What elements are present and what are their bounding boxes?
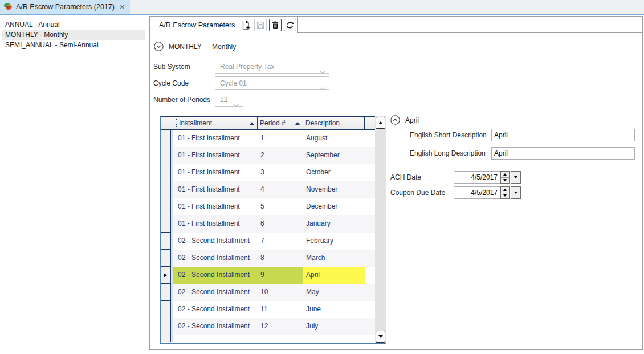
spin-down-button[interactable] <box>501 178 509 184</box>
period-cell[interactable]: 5 <box>258 198 303 215</box>
installment-cell[interactable]: 02 - Second Installment <box>173 284 258 301</box>
period-cell[interactable]: 1 <box>258 130 303 147</box>
long-description-input[interactable] <box>491 147 635 160</box>
table-row[interactable]: 01 - First Installment2September <box>161 147 375 164</box>
row-selector-cell[interactable] <box>161 198 171 215</box>
period-cell[interactable]: 11 <box>258 301 303 318</box>
sidebar-item[interactable]: ANNUAL - Annual <box>2 19 145 30</box>
table-row[interactable]: 01 - First Installment6January <box>161 215 375 233</box>
description-cell[interactable]: February <box>303 233 365 250</box>
installment-cell[interactable]: 02 - Second Installment <box>173 301 258 318</box>
description-cell[interactable]: January <box>303 215 365 233</box>
installment-cell[interactable]: 02 - Second Installment <box>173 267 258 284</box>
ach-date-input[interactable] <box>454 171 500 184</box>
sub-system-dropdown[interactable]: Real Property Tax <box>215 60 329 74</box>
period-cell[interactable]: 6 <box>258 215 303 233</box>
cycle-code-dropdown[interactable]: Cycle 01 <box>215 76 329 90</box>
table-row[interactable]: 02 - Second Installment9April <box>161 267 375 284</box>
table-row[interactable]: 01 - First Installment5December <box>161 198 375 215</box>
installment-cell[interactable]: 01 - First Installment <box>173 215 258 233</box>
number-of-periods-dropdown[interactable]: 12 <box>215 93 243 107</box>
installment-cell[interactable]: 02 - Second Installment <box>173 233 258 250</box>
period-cell[interactable]: 8 <box>258 250 303 267</box>
period-cell[interactable]: 3 <box>258 164 303 181</box>
grid-corner-cell[interactable] <box>161 117 173 129</box>
delete-button[interactable] <box>269 19 282 31</box>
table-row[interactable]: 02 - Second Installment12July <box>161 318 375 335</box>
column-header-installment[interactable]: Installment <box>173 117 258 129</box>
arrow-down-icon <box>514 192 517 194</box>
table-row[interactable]: 02 - Second Installment10May <box>161 284 375 301</box>
row-selector-cell[interactable] <box>161 147 171 164</box>
period-cell[interactable]: 10 <box>258 284 303 301</box>
row-selector-cell[interactable] <box>161 250 171 267</box>
description-cell[interactable]: June <box>303 301 365 318</box>
table-row[interactable]: 01 - First Installment4November <box>161 181 375 198</box>
description-cell[interactable]: July <box>303 318 365 335</box>
document-tab[interactable]: A/R Escrow Parameters (2017) × <box>0 0 130 14</box>
installment-cell[interactable]: 01 - First Installment <box>173 164 258 181</box>
installment-cell[interactable]: 02 - Second Installment <box>173 318 258 335</box>
column-drag-handle[interactable] <box>176 119 177 128</box>
collapse-detail-button[interactable] <box>390 115 400 125</box>
close-tab-icon[interactable]: × <box>120 3 125 11</box>
number-of-periods-row: Number of Periods 12 <box>153 93 243 107</box>
ach-date-calendar-dropdown[interactable] <box>511 171 521 184</box>
installment-cell[interactable]: 01 - First Installment <box>173 130 258 147</box>
description-cell[interactable]: October <box>303 164 365 181</box>
sidebar-item[interactable]: SEMI_ANNUAL - Semi-Annual <box>2 40 145 50</box>
row-filler <box>365 164 375 181</box>
installment-cell[interactable]: 01 - First Installment <box>173 147 258 164</box>
spin-down-button[interactable] <box>501 193 509 199</box>
spin-up-button[interactable] <box>501 187 509 193</box>
row-selector-cell[interactable] <box>161 284 171 301</box>
row-filler <box>365 284 375 301</box>
row-selector-cell[interactable] <box>161 164 171 181</box>
row-selector-cell <box>161 335 171 342</box>
refresh-button[interactable] <box>284 19 296 31</box>
row-selector-cell[interactable] <box>161 130 171 147</box>
column-header-period[interactable]: Period # <box>258 117 303 129</box>
installment-cell[interactable]: 01 - First Installment <box>173 181 258 198</box>
short-description-input[interactable] <box>491 129 635 141</box>
period-cell[interactable]: 4 <box>258 181 303 198</box>
table-row[interactable]: 01 - First Installment1August <box>161 130 375 147</box>
period-cell[interactable]: 9 <box>258 267 303 284</box>
coupon-due-date-calendar-dropdown[interactable] <box>511 186 521 199</box>
column-header-description[interactable]: Description <box>303 117 365 129</box>
row-selector-cell[interactable] <box>161 301 171 318</box>
description-cell[interactable]: April <box>303 267 365 284</box>
installment-cell[interactable]: 02 - Second Installment <box>173 250 258 267</box>
panel-tab[interactable]: A/R Escrow Parameters <box>150 17 298 33</box>
table-row[interactable]: 01 - First Installment3October <box>161 164 375 181</box>
spin-up-button[interactable] <box>501 172 509 178</box>
row-selector-cell[interactable] <box>161 233 171 250</box>
coupon-due-date-input[interactable] <box>454 186 500 199</box>
panel-tab-bar: A/R Escrow Parameters <box>150 17 642 33</box>
collapse-record-button[interactable] <box>154 42 164 51</box>
description-cell[interactable]: March <box>303 250 365 267</box>
period-cell[interactable]: 7 <box>258 233 303 250</box>
sort-ascending-icon <box>250 122 254 125</box>
sidebar-item[interactable]: MONTHLY - Monthly <box>2 30 145 40</box>
table-row[interactable]: 02 - Second Installment8March <box>161 250 375 267</box>
description-cell[interactable]: December <box>303 198 365 215</box>
description-cell[interactable]: May <box>303 284 365 301</box>
table-row[interactable]: 02 - Second Installment7February <box>161 233 375 250</box>
description-cell[interactable]: August <box>303 130 365 147</box>
save-button[interactable] <box>254 19 267 31</box>
scroll-up-button[interactable] <box>376 117 385 129</box>
row-selector-cell[interactable] <box>161 181 171 198</box>
row-selector-cell[interactable] <box>161 267 171 284</box>
grid-vertical-scrollbar[interactable] <box>375 116 386 343</box>
table-row[interactable]: 02 - Second Installment11June <box>161 301 375 318</box>
installment-cell[interactable]: 01 - First Installment <box>173 198 258 215</box>
period-cell[interactable]: 12 <box>258 318 303 335</box>
scroll-down-button[interactable] <box>376 331 385 343</box>
period-cell[interactable]: 2 <box>258 147 303 164</box>
description-cell[interactable]: November <box>303 181 365 198</box>
row-selector-cell[interactable] <box>161 318 171 335</box>
description-cell[interactable]: September <box>303 147 365 164</box>
row-selector-cell[interactable] <box>161 215 171 233</box>
new-record-button[interactable] <box>239 19 252 31</box>
